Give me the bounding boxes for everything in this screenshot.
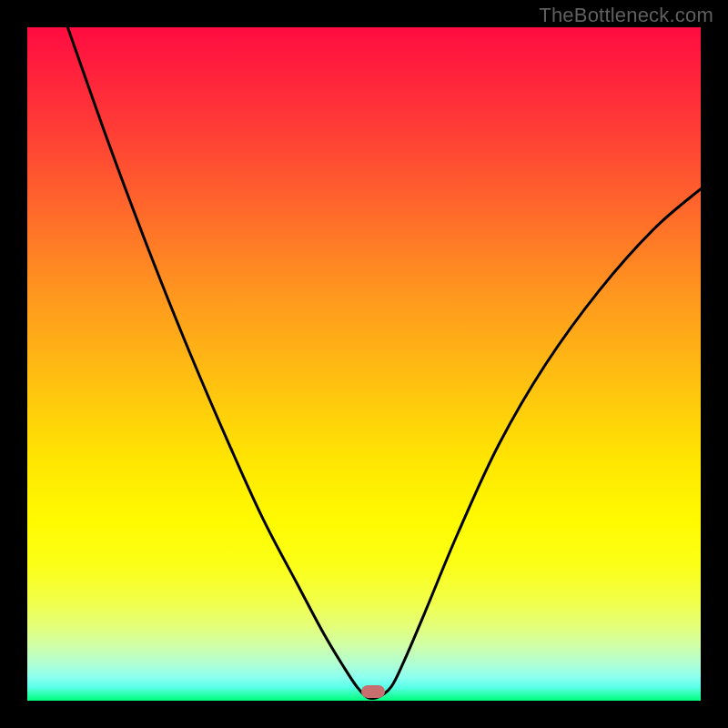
chart-frame: TheBottleneck.com — [0, 0, 728, 728]
plot-area — [27, 27, 701, 701]
bottleneck-curve — [27, 27, 701, 701]
watermark-text: TheBottleneck.com — [539, 4, 713, 27]
optimal-marker — [361, 685, 385, 698]
